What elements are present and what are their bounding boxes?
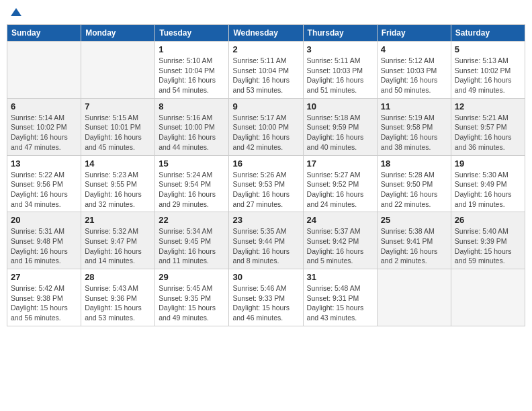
day-info: Sunrise: 5:19 AM Sunset: 9:58 PM Dayligh… xyxy=(381,113,447,152)
calendar-cell: 4Sunrise: 5:12 AM Sunset: 10:03 PM Dayli… xyxy=(377,42,451,99)
day-info: Sunrise: 5:27 AM Sunset: 9:52 PM Dayligh… xyxy=(307,170,373,210)
calendar-cell: 17Sunrise: 5:27 AM Sunset: 9:52 PM Dayli… xyxy=(303,155,377,212)
day-number: 1 xyxy=(159,44,225,54)
day-info: Sunrise: 5:18 AM Sunset: 9:59 PM Dayligh… xyxy=(307,113,373,152)
day-info: Sunrise: 5:26 AM Sunset: 9:53 PM Dayligh… xyxy=(232,170,299,210)
calendar-week-row: 13Sunrise: 5:22 AM Sunset: 9:56 PM Dayli… xyxy=(7,155,525,212)
day-number: 26 xyxy=(455,215,521,225)
calendar-cell: 23Sunrise: 5:35 AM Sunset: 9:44 PM Dayli… xyxy=(229,212,303,269)
day-info: Sunrise: 5:46 AM Sunset: 9:33 PM Dayligh… xyxy=(232,283,299,323)
day-number: 29 xyxy=(159,272,225,282)
calendar-week-row: 6Sunrise: 5:14 AM Sunset: 10:02 PM Dayli… xyxy=(7,98,525,155)
calendar-week-row: 27Sunrise: 5:42 AM Sunset: 9:38 PM Dayli… xyxy=(7,269,525,326)
day-info: Sunrise: 5:32 AM Sunset: 9:47 PM Dayligh… xyxy=(85,226,151,266)
calendar-cell: 30Sunrise: 5:46 AM Sunset: 9:33 PM Dayli… xyxy=(229,269,303,326)
day-header-friday: Friday xyxy=(377,25,451,42)
day-info: Sunrise: 5:43 AM Sunset: 9:36 PM Dayligh… xyxy=(85,283,151,323)
calendar-cell: 31Sunrise: 5:48 AM Sunset: 9:31 PM Dayli… xyxy=(303,269,377,326)
calendar-cell: 16Sunrise: 5:26 AM Sunset: 9:53 PM Dayli… xyxy=(229,155,303,212)
calendar-cell: 24Sunrise: 5:37 AM Sunset: 9:42 PM Dayli… xyxy=(303,212,377,269)
day-number: 13 xyxy=(11,158,77,169)
day-number: 25 xyxy=(381,215,447,225)
day-info: Sunrise: 5:37 AM Sunset: 9:42 PM Dayligh… xyxy=(307,226,373,266)
calendar-cell: 25Sunrise: 5:38 AM Sunset: 9:41 PM Dayli… xyxy=(377,212,451,269)
header xyxy=(7,7,525,20)
calendar-cell: 14Sunrise: 5:23 AM Sunset: 9:55 PM Dayli… xyxy=(81,155,155,212)
day-number: 18 xyxy=(381,158,447,169)
day-number: 19 xyxy=(455,158,521,169)
day-info: Sunrise: 5:15 AM Sunset: 10:01 PM Daylig… xyxy=(85,113,151,152)
calendar-cell: 18Sunrise: 5:28 AM Sunset: 9:50 PM Dayli… xyxy=(377,155,451,212)
calendar-cell: 7Sunrise: 5:15 AM Sunset: 10:01 PM Dayli… xyxy=(81,98,155,155)
day-header-wednesday: Wednesday xyxy=(229,25,303,42)
day-info: Sunrise: 5:40 AM Sunset: 9:39 PM Dayligh… xyxy=(455,226,521,266)
day-info: Sunrise: 5:45 AM Sunset: 9:35 PM Dayligh… xyxy=(159,283,225,323)
day-info: Sunrise: 5:48 AM Sunset: 9:31 PM Dayligh… xyxy=(307,283,373,323)
calendar: SundayMondayTuesdayWednesdayThursdayFrid… xyxy=(7,24,525,326)
day-number: 9 xyxy=(232,101,299,111)
calendar-cell: 12Sunrise: 5:21 AM Sunset: 9:57 PM Dayli… xyxy=(451,98,525,155)
calendar-week-row: 20Sunrise: 5:31 AM Sunset: 9:48 PM Dayli… xyxy=(7,212,525,269)
day-info: Sunrise: 5:24 AM Sunset: 9:54 PM Dayligh… xyxy=(159,170,225,210)
day-info: Sunrise: 5:28 AM Sunset: 9:50 PM Dayligh… xyxy=(381,170,447,210)
calendar-cell xyxy=(377,269,451,326)
calendar-cell: 19Sunrise: 5:30 AM Sunset: 9:49 PM Dayli… xyxy=(451,155,525,212)
calendar-cell xyxy=(7,42,81,99)
day-info: Sunrise: 5:13 AM Sunset: 10:02 PM Daylig… xyxy=(455,56,521,95)
calendar-cell: 11Sunrise: 5:19 AM Sunset: 9:58 PM Dayli… xyxy=(377,98,451,155)
day-info: Sunrise: 5:10 AM Sunset: 10:04 PM Daylig… xyxy=(159,56,225,95)
day-number: 8 xyxy=(159,101,225,111)
calendar-cell: 10Sunrise: 5:18 AM Sunset: 9:59 PM Dayli… xyxy=(303,98,377,155)
day-info: Sunrise: 5:16 AM Sunset: 10:00 PM Daylig… xyxy=(159,113,225,152)
calendar-cell: 5Sunrise: 5:13 AM Sunset: 10:02 PM Dayli… xyxy=(451,42,525,99)
day-header-tuesday: Tuesday xyxy=(155,25,229,42)
day-number: 21 xyxy=(85,215,151,225)
calendar-cell: 13Sunrise: 5:22 AM Sunset: 9:56 PM Dayli… xyxy=(7,155,81,212)
day-number: 11 xyxy=(381,101,447,111)
day-number: 12 xyxy=(455,101,521,111)
calendar-cell: 26Sunrise: 5:40 AM Sunset: 9:39 PM Dayli… xyxy=(451,212,525,269)
calendar-header-row: SundayMondayTuesdayWednesdayThursdayFrid… xyxy=(7,25,525,42)
day-number: 31 xyxy=(307,272,373,282)
day-number: 23 xyxy=(232,215,299,225)
logo-icon xyxy=(11,7,21,17)
day-info: Sunrise: 5:17 AM Sunset: 10:00 PM Daylig… xyxy=(232,113,299,152)
day-number: 10 xyxy=(307,101,373,111)
calendar-cell: 15Sunrise: 5:24 AM Sunset: 9:54 PM Dayli… xyxy=(155,155,229,212)
day-header-thursday: Thursday xyxy=(303,25,377,42)
calendar-cell: 20Sunrise: 5:31 AM Sunset: 9:48 PM Dayli… xyxy=(7,212,81,269)
day-info: Sunrise: 5:21 AM Sunset: 9:57 PM Dayligh… xyxy=(455,113,521,152)
day-header-saturday: Saturday xyxy=(451,25,525,42)
day-info: Sunrise: 5:23 AM Sunset: 9:55 PM Dayligh… xyxy=(85,170,151,210)
day-info: Sunrise: 5:11 AM Sunset: 10:03 PM Daylig… xyxy=(307,56,373,95)
day-info: Sunrise: 5:14 AM Sunset: 10:02 PM Daylig… xyxy=(11,113,77,152)
day-number: 27 xyxy=(11,272,77,282)
day-number: 4 xyxy=(381,44,447,54)
svg-marker-0 xyxy=(11,8,21,16)
calendar-cell: 2Sunrise: 5:11 AM Sunset: 10:04 PM Dayli… xyxy=(229,42,303,99)
day-info: Sunrise: 5:35 AM Sunset: 9:44 PM Dayligh… xyxy=(232,226,299,266)
day-number: 24 xyxy=(307,215,373,225)
day-number: 16 xyxy=(232,158,299,169)
day-number: 7 xyxy=(85,101,151,111)
calendar-cell: 1Sunrise: 5:10 AM Sunset: 10:04 PM Dayli… xyxy=(155,42,229,99)
calendar-cell: 29Sunrise: 5:45 AM Sunset: 9:35 PM Dayli… xyxy=(155,269,229,326)
day-number: 5 xyxy=(455,44,521,54)
day-info: Sunrise: 5:34 AM Sunset: 9:45 PM Dayligh… xyxy=(159,226,225,266)
day-number: 17 xyxy=(307,158,373,169)
day-header-monday: Monday xyxy=(81,25,155,42)
day-info: Sunrise: 5:11 AM Sunset: 10:04 PM Daylig… xyxy=(232,56,299,95)
day-header-sunday: Sunday xyxy=(7,25,81,42)
calendar-cell: 21Sunrise: 5:32 AM Sunset: 9:47 PM Dayli… xyxy=(81,212,155,269)
day-info: Sunrise: 5:31 AM Sunset: 9:48 PM Dayligh… xyxy=(11,226,77,266)
day-number: 3 xyxy=(307,44,373,54)
day-info: Sunrise: 5:30 AM Sunset: 9:49 PM Dayligh… xyxy=(455,170,521,210)
day-info: Sunrise: 5:22 AM Sunset: 9:56 PM Dayligh… xyxy=(11,170,77,210)
day-number: 28 xyxy=(85,272,151,282)
calendar-cell: 6Sunrise: 5:14 AM Sunset: 10:02 PM Dayli… xyxy=(7,98,81,155)
calendar-cell: 3Sunrise: 5:11 AM Sunset: 10:03 PM Dayli… xyxy=(303,42,377,99)
day-number: 30 xyxy=(232,272,299,282)
calendar-cell: 9Sunrise: 5:17 AM Sunset: 10:00 PM Dayli… xyxy=(229,98,303,155)
calendar-cell: 8Sunrise: 5:16 AM Sunset: 10:00 PM Dayli… xyxy=(155,98,229,155)
day-number: 22 xyxy=(159,215,225,225)
